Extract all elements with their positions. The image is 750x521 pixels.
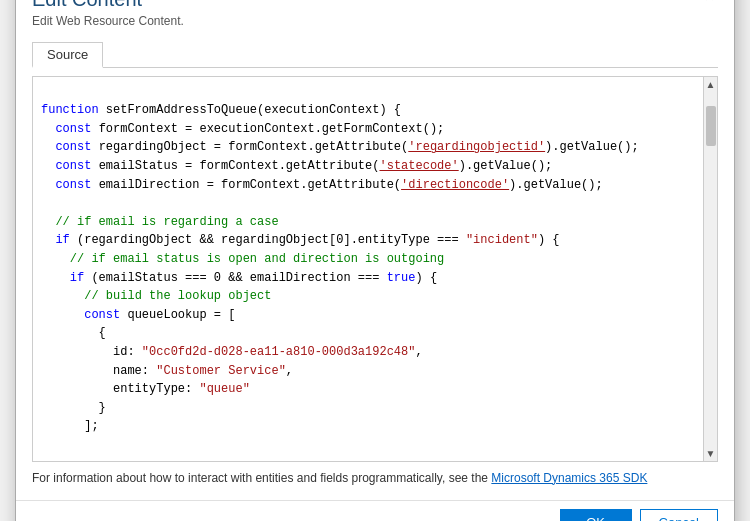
close-button[interactable]: ×: [701, 0, 718, 7]
info-text-before: For information about how to interact wi…: [32, 471, 491, 485]
code-line-6: // if email is regarding a case: [41, 215, 279, 229]
vertical-scrollbar[interactable]: ▲ ▼: [703, 77, 717, 461]
code-line-15: entityType: "queue": [41, 382, 250, 396]
code-line-4: const emailStatus = formContext.getAttri…: [41, 159, 552, 173]
dialog-titlebar: Edit Content Edit Web Resource Content. …: [16, 0, 734, 32]
tab-source[interactable]: Source: [32, 42, 103, 68]
code-line-13: id: "0cc0fd2d-d028-ea11-a810-000d3a192c4…: [41, 345, 423, 359]
scroll-down-arrow[interactable]: ▼: [706, 446, 716, 461]
dialog-subtitle: Edit Web Resource Content.: [32, 14, 184, 28]
sdk-link[interactable]: Microsoft Dynamics 365 SDK: [491, 471, 647, 485]
code-editor[interactable]: function setFromAddressToQueue(execution…: [33, 77, 703, 461]
code-line-3: const regardingObject = formContext.getA…: [41, 140, 639, 154]
dialog-body: Source function setFromAddressToQueue(ex…: [16, 32, 734, 501]
scrollbar-thumb[interactable]: [706, 106, 716, 146]
edit-content-dialog: Edit Content Edit Web Resource Content. …: [15, 0, 735, 521]
code-line-blank: [41, 196, 48, 210]
code-line-7: if (regardingObject && regardingObject[0…: [41, 233, 560, 247]
tab-bar: Source: [32, 42, 718, 68]
cancel-button[interactable]: Cancel: [640, 509, 718, 521]
code-line-17: ];: [41, 419, 99, 433]
ok-button[interactable]: OK: [560, 509, 632, 521]
code-line-9: if (emailStatus === 0 && emailDirection …: [41, 271, 437, 285]
code-editor-container: function setFromAddressToQueue(execution…: [32, 76, 718, 462]
code-line-5: const emailDirection = formContext.getAt…: [41, 178, 603, 192]
code-line-12: {: [41, 326, 106, 340]
dialog-title: Edit Content: [32, 0, 184, 11]
title-block: Edit Content Edit Web Resource Content.: [32, 0, 184, 28]
code-line-16: }: [41, 401, 106, 415]
code-line-10: // build the lookup object: [41, 289, 271, 303]
info-bar: For information about how to interact wi…: [32, 462, 718, 493]
scroll-up-arrow[interactable]: ▲: [706, 77, 716, 92]
dialog-footer: OK Cancel: [16, 500, 734, 521]
code-line-2: const formContext = executionContext.get…: [41, 122, 444, 136]
code-line-11: const queueLookup = [: [41, 308, 235, 322]
code-line-8: // if email status is open and direction…: [41, 252, 444, 266]
code-line-1: function setFromAddressToQueue(execution…: [41, 103, 401, 117]
code-line-14: name: "Customer Service",: [41, 364, 293, 378]
